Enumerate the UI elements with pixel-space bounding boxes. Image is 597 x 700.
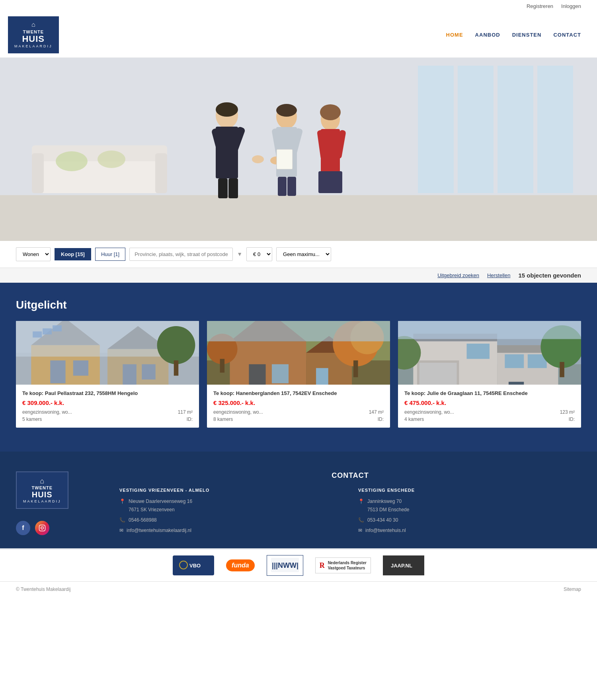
footer-contact-title: CONTACT (119, 471, 581, 480)
footer-logo-line3: MAKELAARDIJ (23, 499, 61, 503)
svg-point-33 (216, 102, 238, 117)
footer-logo-line2: HUIS (23, 490, 61, 499)
card-size-1: 117 m² (178, 409, 193, 415)
footer-logo-area: ⌂ TWENTE HUIS MAKELAARDIJ f (16, 471, 96, 535)
property-image-1 (16, 321, 199, 385)
svg-rect-3 (458, 66, 494, 193)
branch1-email-row: ✉ info@twentehuismakelaardij.nl (119, 526, 342, 535)
nav-aanbod[interactable]: AANBOD (475, 32, 500, 38)
svg-point-87 (43, 526, 44, 527)
svg-point-86 (41, 527, 43, 529)
svg-rect-85 (39, 525, 45, 531)
svg-point-50 (157, 326, 195, 364)
svg-rect-75 (467, 344, 490, 359)
koop-button[interactable]: Koop [15] (55, 248, 91, 260)
huur-button[interactable]: Huur [1] (95, 248, 125, 261)
svg-point-11 (98, 151, 125, 168)
svg-rect-54 (230, 341, 306, 385)
card-type-1: eengezinswoning, wo... (22, 409, 72, 415)
card-size-3: 123 m² (560, 409, 575, 415)
reset-search-link[interactable]: Herstellen (487, 272, 511, 278)
facebook-icon[interactable]: f (16, 521, 30, 535)
footer-inner: ⌂ TWENTE HUIS MAKELAARDIJ f CONTACT (16, 471, 581, 536)
sitemap-link[interactable]: Sitemap (564, 587, 581, 592)
card-id-2: ID: (378, 416, 384, 422)
instagram-icon[interactable] (35, 521, 49, 535)
phone-icon-1: 📞 (119, 516, 125, 525)
property-card-1[interactable]: Te koop: Paul Pellastraat 232, 7558HM He… (16, 321, 199, 428)
location-input[interactable] (129, 248, 233, 261)
property-image-3 (398, 321, 581, 385)
svg-rect-51 (174, 360, 179, 375)
card-body-3: Te koop: Julie de Graaglaan 11, 7545RE E… (398, 385, 581, 428)
email-icon-2: ✉ (358, 526, 362, 535)
svg-point-30 (252, 155, 264, 163)
nav-contact[interactable]: CONTACT (553, 32, 581, 38)
hero-banner (0, 58, 597, 241)
logo-line1: TWENTE (14, 29, 53, 34)
top-bar: Registreren Inloggen (0, 0, 597, 12)
main-nav: HOME AANBOD DIENSTEN CONTACT (446, 32, 581, 38)
svg-rect-44 (123, 364, 137, 385)
extended-search-link[interactable]: Uitgebreid zoeken (437, 272, 479, 278)
footer-logo-line1: TWENTE (23, 485, 61, 490)
property-card-3[interactable]: Te koop: Julie de Graaglaan 11, 7545RE E… (398, 321, 581, 428)
vbo-logo: VBO (173, 555, 214, 575)
footer-socials: f (16, 521, 96, 535)
register-link[interactable]: Registreren (527, 3, 553, 9)
header: ⌂ TWENTE HUIS MAKELAARDIJ HOME AANBOD DI… (0, 12, 597, 58)
svg-rect-74 (419, 363, 457, 385)
footer-branches: VESTIGING VRIEZENVEEN - ALMELO 📍 Nieuwe … (119, 488, 581, 536)
svg-rect-45 (142, 364, 156, 379)
svg-rect-78 (509, 382, 524, 385)
partner-jaap: JAAP.NL (383, 557, 424, 573)
search-bar: Wonen Koop [15] Huur [1] ▼ € 0 Geen maxi… (0, 241, 597, 268)
location-icon-2: 📍 (358, 497, 364, 506)
svg-rect-22 (278, 177, 287, 196)
cards-grid: Te koop: Paul Pellastraat 232, 7558HM He… (16, 321, 581, 428)
card-price-3: € 475.000.- k.k. (404, 399, 575, 406)
price-max-select[interactable]: Geen maximu... (276, 247, 331, 261)
branch1-info: 📍 Nieuwe Daarlerveenseweg 16 7671 SK Vri… (119, 497, 342, 535)
partner-vbo: VBO (173, 557, 214, 573)
svg-rect-5 (537, 66, 573, 193)
branch2-info: 📍 Janninksweg 70 7513 DM Enschede 📞 053-… (358, 497, 581, 535)
property-card-2[interactable]: Te koop: Hanenberglanden 157, 7542EV Ens… (207, 321, 390, 428)
logo-area[interactable]: ⌂ TWENTE HUIS MAKELAARDIJ (8, 16, 59, 53)
card-details-2: eengezinswoning, wo... 147 m² (213, 409, 384, 415)
svg-rect-65 (220, 359, 225, 373)
login-link[interactable]: Inloggen (561, 3, 581, 9)
svg-rect-17 (228, 178, 238, 198)
svg-point-34 (276, 104, 297, 117)
partner-rvt: R Nederlands RegisterVastgoed Taxateurs (315, 557, 371, 573)
card-details-1: eengezinswoning, wo... 117 m² (22, 409, 193, 415)
svg-rect-57 (272, 364, 289, 383)
card-details2-3: 4 kamers ID: (404, 416, 575, 422)
footer-contact: CONTACT VESTIGING VRIEZENVEEN - ALMELO 📍… (119, 471, 581, 536)
card-id-3: ID: (569, 416, 575, 422)
card-title-1: Te koop: Paul Pellastraat 232, 7558HM He… (22, 390, 193, 396)
nav-home[interactable]: HOME (446, 32, 463, 38)
svg-rect-80 (560, 362, 564, 377)
card-details-3: eengezinswoning, wo... 123 m² (404, 409, 575, 415)
svg-rect-0 (0, 193, 597, 241)
property-type-select[interactable]: Wonen (16, 247, 51, 261)
card-price-2: € 325.000.- k.k. (213, 399, 384, 406)
svg-rect-76 (505, 354, 524, 368)
bottom-bar: © Twentehuis Makelaardij Sitemap (0, 581, 597, 597)
svg-text:VBO: VBO (189, 563, 201, 569)
jaap-logo: JAAP.NL (383, 555, 424, 575)
card-title-3: Te koop: Julie de Graaglaan 11, 7545RE E… (404, 390, 575, 396)
svg-rect-4 (498, 66, 533, 193)
branch2-phone: 053-434 40 30 (367, 516, 398, 525)
branch1-address: Nieuwe Daarlerveenseweg 16 7671 SK Vriez… (129, 497, 192, 514)
price-min-select[interactable]: € 0 (246, 247, 272, 261)
footer-logo-icon: ⌂ (23, 477, 61, 485)
card-title-2: Te koop: Hanenberglanden 157, 7542EV Ens… (213, 390, 384, 396)
svg-rect-2 (418, 66, 454, 193)
card-rooms-3: 4 kamers (404, 416, 424, 422)
card-type-3: eengezinswoning, wo... (404, 409, 454, 415)
branch1-title: VESTIGING VRIEZENVEEN - ALMELO (119, 488, 342, 493)
phone-icon-2: 📞 (358, 516, 364, 525)
nav-diensten[interactable]: DIENSTEN (512, 32, 542, 38)
